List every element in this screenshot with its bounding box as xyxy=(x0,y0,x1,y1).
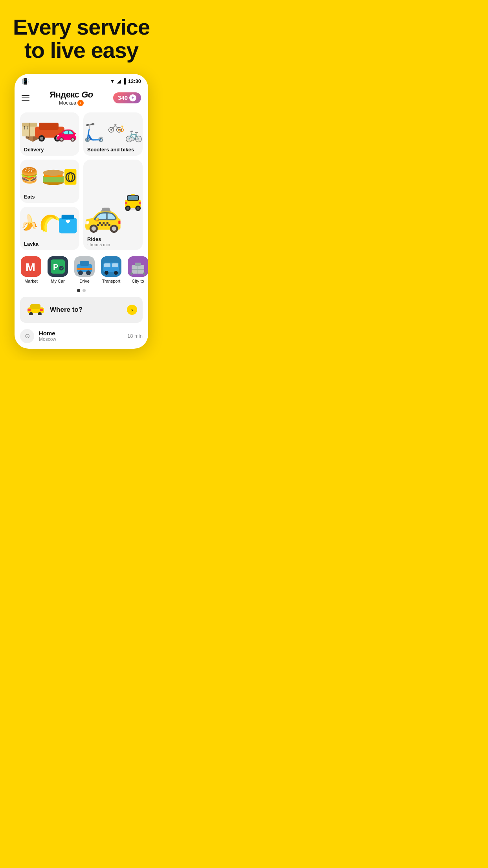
svg-point-7 xyxy=(40,137,43,140)
svg-rect-58 xyxy=(104,263,110,267)
svg-rect-41 xyxy=(59,218,77,234)
svg-rect-74 xyxy=(40,309,43,311)
svg-rect-40 xyxy=(139,202,141,204)
market-label: Market xyxy=(24,279,38,283)
svg-rect-38 xyxy=(131,194,134,195)
svg-rect-55 xyxy=(77,268,92,270)
delivery-card[interactable]: ↑↓ Delivery xyxy=(20,112,79,156)
svg-point-34 xyxy=(127,207,130,210)
lavka-card[interactable]: Lavka xyxy=(20,207,79,250)
points-plus-icon: + xyxy=(129,94,136,101)
my-car-mini[interactable]: P ✓ My Car xyxy=(47,256,69,283)
svg-point-67 xyxy=(130,272,133,275)
svg-point-26 xyxy=(43,169,64,175)
rides-visual xyxy=(83,160,143,234)
where-to-arrow-icon: › xyxy=(127,305,137,315)
mini-services-row: M Market P ✓ My Car xyxy=(15,253,148,287)
battery-icon: ▐ xyxy=(123,78,126,84)
status-left: 📳 xyxy=(22,78,29,85)
svg-rect-73 xyxy=(28,309,31,311)
market-icon: M xyxy=(21,256,41,277)
pagination-dots xyxy=(15,287,148,294)
where-to-bar[interactable]: Where to? › xyxy=(20,297,143,323)
points-badge[interactable]: 340 + xyxy=(113,92,141,103)
svg-point-68 xyxy=(143,272,145,275)
transport-mini[interactable]: Transport xyxy=(100,256,122,283)
svg-rect-42 xyxy=(62,215,74,219)
svg-text:M: M xyxy=(26,261,35,274)
drive-mini[interactable]: Drive xyxy=(73,256,95,283)
destination-icon: ⊙ xyxy=(20,329,34,343)
taxi-mini-icon xyxy=(26,302,45,318)
rides-label: Rides · from 5 min xyxy=(83,234,143,250)
delivery-label: Delivery xyxy=(20,144,79,156)
status-right: ▼ ◢ ▐ 12:30 xyxy=(110,78,141,84)
city-arrow-icon: › xyxy=(77,100,84,106)
signal-icon: ◢ xyxy=(117,79,121,84)
destination-info: Home Moscow xyxy=(39,330,123,342)
vibrate-icon: 📳 xyxy=(22,78,29,85)
services-grid: ↑↓ Delivery xyxy=(15,108,148,253)
transport-label: Transport xyxy=(102,279,121,283)
my-car-icon: P ✓ xyxy=(48,256,68,277)
recent-destination[interactable]: ⊙ Home Moscow 18 min xyxy=(15,325,148,349)
svg-line-16 xyxy=(111,125,115,130)
svg-rect-70 xyxy=(30,304,40,309)
rides-card[interactable]: Rides · from 5 min xyxy=(83,160,143,250)
svg-rect-59 xyxy=(112,263,118,267)
clock: 12:30 xyxy=(128,78,141,84)
eats-label: Eats xyxy=(20,191,79,203)
scooters-card[interactable]: Scooters and bikes xyxy=(83,112,143,156)
lavka-visual xyxy=(20,207,79,239)
where-to-text: Where to? xyxy=(50,306,122,314)
points-value: 340 xyxy=(118,94,128,101)
lavka-label: Lavka xyxy=(20,239,79,250)
city-to-label: City to xyxy=(132,279,144,283)
svg-rect-32 xyxy=(128,196,138,200)
city-to-mini[interactable]: City to xyxy=(127,256,148,283)
eats-visual xyxy=(20,160,79,191)
eats-card[interactable]: Eats xyxy=(20,160,79,203)
destination-name: Home xyxy=(39,330,123,337)
my-car-label: My Car xyxy=(51,279,64,283)
app-logo: Яндекс Go Москва › xyxy=(50,90,93,106)
dot-2[interactable] xyxy=(83,289,86,292)
svg-text:✓: ✓ xyxy=(60,267,63,270)
phone-mockup: 📳 ▼ ◢ ▐ 12:30 Яндекс Go Москва › 340 + xyxy=(15,74,148,349)
svg-rect-20 xyxy=(121,125,123,126)
dot-1[interactable] xyxy=(77,289,80,292)
app-header: Яндекс Go Москва › 340 + xyxy=(15,86,148,108)
city-name[interactable]: Москва › xyxy=(59,100,84,106)
scooters-label: Scooters and bikes xyxy=(83,144,143,156)
city-to-icon xyxy=(128,256,148,277)
svg-point-36 xyxy=(136,207,139,210)
status-bar: 📳 ▼ ◢ ▐ 12:30 xyxy=(15,74,148,86)
svg-text:P: P xyxy=(53,263,58,271)
market-mini[interactable]: M Market xyxy=(20,256,42,283)
svg-rect-17 xyxy=(114,124,117,125)
menu-button[interactable] xyxy=(22,95,29,101)
drive-icon xyxy=(74,256,95,277)
svg-point-53 xyxy=(78,270,83,275)
svg-rect-52 xyxy=(80,261,89,266)
svg-text:↑↓: ↑↓ xyxy=(23,124,29,131)
svg-point-9 xyxy=(56,137,59,140)
svg-line-15 xyxy=(115,125,119,130)
hero-section: Every service to live easy xyxy=(0,0,163,74)
svg-point-60 xyxy=(105,271,108,275)
drive-label: Drive xyxy=(79,279,90,283)
scooters-visual xyxy=(83,112,143,144)
delivery-visual: ↑↓ xyxy=(20,112,79,144)
svg-point-61 xyxy=(114,271,118,275)
svg-point-54 xyxy=(86,270,91,275)
wifi-icon: ▼ xyxy=(110,78,115,84)
svg-rect-5 xyxy=(39,123,59,130)
svg-rect-39 xyxy=(125,202,127,204)
transport-icon xyxy=(101,256,121,277)
svg-point-8 xyxy=(54,135,61,142)
destination-city: Moscow xyxy=(39,337,123,342)
destination-time: 18 min xyxy=(127,333,143,339)
hero-title: Every service to live easy xyxy=(12,16,151,62)
app-name: Яндекс Go xyxy=(50,90,93,100)
